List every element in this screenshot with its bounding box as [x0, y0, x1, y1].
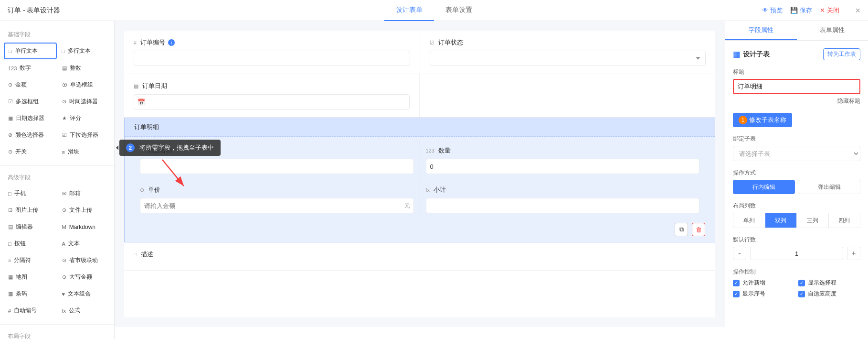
field-item-map[interactable]: ▦ 地图 [4, 269, 57, 285]
preview-button[interactable]: 👁 预览 [762, 6, 783, 15]
button-icon: □ [8, 241, 11, 247]
integer-icon: ▤ [62, 65, 67, 71]
field-item-markdown[interactable]: M Markdown [58, 219, 111, 235]
tab-settings[interactable]: 表单设置 [434, 0, 484, 21]
drag-hint-badge: 2 [126, 143, 135, 152]
field-item-formula[interactable]: fx 公式 [58, 303, 111, 318]
field-item-image-upload[interactable]: ⊡ 图片上传 [4, 202, 57, 218]
checkbox-icon: ☑ [8, 98, 13, 105]
field-item-barcode[interactable]: ▦ 条码 [4, 286, 57, 302]
show-seq-checkbox[interactable]: 显示序号 [733, 290, 795, 298]
field-order-date[interactable]: ▦ 订单日期 📅 [124, 74, 420, 117]
field-item-color[interactable]: ⊘ 颜色选择器 [4, 127, 57, 143]
field-item-rating[interactable]: ★ 评分 [58, 110, 111, 126]
field-item-email[interactable]: ✉ 邮箱 [58, 186, 111, 201]
formula-icon: fx [62, 308, 66, 314]
tab-form-props[interactable]: 表单属性 [797, 21, 868, 40]
hide-title-label: 隐藏标题 [837, 97, 860, 105]
field-item-money[interactable]: ⊙ 金额 [4, 77, 57, 93]
auto-height-checkbox[interactable]: 自适应高度 [798, 290, 861, 298]
image-upload-icon: ⊡ [8, 207, 12, 213]
field-item-checkbox[interactable]: ☑ 多选框组 [4, 94, 57, 109]
op-mode-section: 操作方式 行内编辑 弹出编辑 [733, 169, 860, 194]
field-item-select[interactable]: ☑ 下拉选择器 [58, 127, 111, 143]
field-item-text[interactable]: A 文本 [58, 236, 111, 252]
rows-minus-button[interactable]: - [733, 247, 746, 260]
field-item-phone[interactable]: □ 手机 [4, 186, 57, 201]
field-item-file-upload[interactable]: ⊙ 文件上传 [58, 202, 111, 218]
field-item-single-text[interactable]: □ 单行文本 [4, 43, 57, 59]
tab-design[interactable]: 设计表单 [384, 0, 434, 21]
field-item-switch[interactable]: ⊙ 开关 [4, 144, 57, 160]
unit-price-tag: ⊙ [140, 187, 144, 193]
field-item-number[interactable]: 123 数字 [4, 60, 57, 76]
field-item-button[interactable]: □ 按钮 [4, 236, 57, 252]
quantity-input[interactable] [426, 159, 700, 174]
product-name-input[interactable] [140, 159, 414, 174]
subtable-row-2: ⊙ 单价 元 fx [134, 182, 705, 217]
email-icon: ✉ [62, 190, 66, 197]
color-icon: ⊘ [8, 132, 12, 138]
field-item-timepicker[interactable]: ⊙ 时间选择器 [58, 94, 111, 109]
unit-price-input[interactable] [140, 198, 414, 213]
rows-value: 1 [750, 247, 843, 260]
field-order-status[interactable]: ☑ 订单状态 [420, 31, 716, 74]
field-item-datepicker[interactable]: ▦ 日期选择器 [4, 110, 57, 126]
field-item-text-combo[interactable]: ♥ 文本组合 [58, 286, 111, 302]
form-row-2: ▦ 订单日期 📅 [124, 74, 715, 118]
layout-single-button[interactable]: 单列 [733, 213, 765, 228]
layout-fields-title: 布局字段 [0, 328, 114, 339]
field-item-amount-cn[interactable]: ⊙ 大写金额 [58, 269, 111, 285]
subtable-action-buttons: ⧉ 🗑 [125, 219, 715, 242]
layout-label: 布局列数 [733, 202, 860, 210]
subtable-copy-button[interactable]: ⧉ [675, 223, 688, 236]
design-subtable-header: ▦ 设计子表 转为工作表 [733, 48, 860, 60]
field-item-divider[interactable]: ≡ 分隔符 [4, 252, 57, 268]
select-icon: ☑ [62, 132, 67, 138]
allow-add-check-icon [733, 280, 740, 286]
allow-add-checkbox[interactable]: 允许新增 [733, 279, 795, 287]
rows-plus-button[interactable]: + [847, 247, 860, 260]
cascader-icon: ⊙ [62, 257, 66, 263]
field-item-editor[interactable]: ▤ 编辑器 [4, 219, 57, 235]
tab-field-props[interactable]: 字段属性 [725, 21, 797, 40]
field-item-slider[interactable]: ≡ 滑块 [58, 144, 111, 160]
subtable-field-quantity[interactable]: 123 数量 [420, 142, 706, 178]
field-item-auto-id[interactable]: # 自动编号 [4, 303, 57, 318]
bind-subtable-select[interactable]: 请选择子表 [733, 146, 860, 161]
default-rows-label: 默认行数 [733, 236, 860, 244]
header-tabs: 设计表单 表单设置 [384, 0, 484, 21]
field-item-radio[interactable]: ⦿ 单选框组 [58, 77, 111, 93]
modify-name-button[interactable]: 1 修改子表名称 [733, 113, 792, 127]
main-layout: 基础字段 □ 单行文本 □ 多行文本 123 数字 ▤ 整数 [0, 21, 868, 339]
subtable-field-subtotal[interactable]: fx 小计 [420, 182, 706, 217]
show-select-checkbox[interactable]: 显示选择程 [798, 279, 861, 287]
field-item-multi-text[interactable]: □ 多行文本 [58, 43, 111, 59]
subtotal-input[interactable] [426, 198, 700, 213]
order-date-tag: ▦ [134, 83, 138, 89]
to-worktable-button[interactable]: 转为工作表 [823, 48, 860, 60]
subtable-label: 订单明细 [134, 123, 159, 131]
subtable-delete-button[interactable]: 🗑 [692, 223, 705, 236]
field-description[interactable]: □ 描述 [124, 242, 715, 270]
order-number-input[interactable] [134, 51, 410, 66]
save-button[interactable]: 💾 保存 [790, 6, 812, 15]
subtable-field-unit-price[interactable]: ⊙ 单价 元 [134, 182, 420, 217]
op-mode-inline-button[interactable]: 行内编辑 [733, 180, 795, 194]
right-panel-content: ▦ 设计子表 转为工作表 标题 隐藏标题 [725, 41, 868, 313]
map-icon: ▦ [8, 274, 13, 280]
close-action-button[interactable]: ✕ 关闭 [820, 6, 839, 15]
layout-double-button[interactable]: 双列 [765, 213, 797, 228]
form-canvas: # 订单编号 i ☑ 订单状态 [124, 31, 715, 317]
order-status-select[interactable] [430, 51, 706, 66]
order-date-input[interactable] [134, 94, 410, 109]
layout-triple-button[interactable]: 三列 [797, 213, 829, 228]
field-item-integer[interactable]: ▤ 整数 [58, 60, 111, 76]
window-close-button[interactable]: × [855, 5, 860, 15]
op-mode-popup-button[interactable]: 弹出编辑 [799, 180, 861, 194]
description-label: 描述 [141, 250, 153, 259]
layout-quad-button[interactable]: 四列 [829, 213, 860, 228]
subtable-label-input[interactable] [733, 79, 860, 94]
field-item-cascader[interactable]: ⊙ 省市级联动 [58, 252, 111, 268]
field-order-number[interactable]: # 订单编号 i [124, 31, 420, 74]
